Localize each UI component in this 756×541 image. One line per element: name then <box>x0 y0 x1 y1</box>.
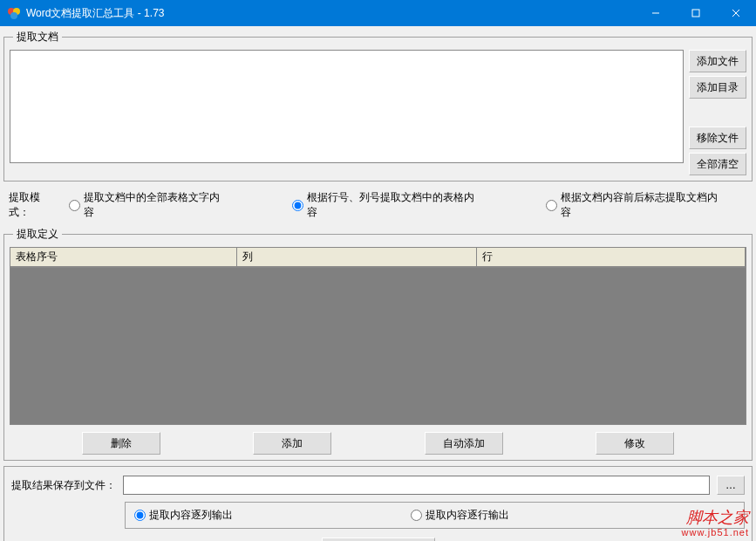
modify-button[interactable]: 修改 <box>596 432 674 455</box>
extract-mode-label: 提取模式： <box>9 190 60 220</box>
mode-marker-radio[interactable]: 根据文档内容前后标志提取文档内容 <box>546 190 726 220</box>
output-by-row-label: 提取内容逐行输出 <box>426 508 509 523</box>
maximize-button[interactable] <box>676 0 716 26</box>
mode-rowcol-input[interactable] <box>292 200 303 211</box>
grid-col-row[interactable]: 行 <box>477 248 746 267</box>
extract-def-legend: 提取定义 <box>13 227 62 242</box>
extract-def-panel: 提取定义 表格序号 列 行 删除 添加 自动添加 修改 <box>3 227 753 461</box>
close-button[interactable] <box>716 0 756 26</box>
auto-add-button[interactable]: 自动添加 <box>425 432 503 455</box>
mode-marker-input[interactable] <box>546 200 557 211</box>
extract-mode-row: 提取模式： 提取文档中的全部表格文字内容 根据行号、列号提取文档中的表格内容 根… <box>3 187 753 223</box>
titlebar: Word文档提取汇总工具 - 1.73 <box>0 0 756 26</box>
grid-col-column[interactable]: 列 <box>237 248 477 267</box>
browse-button[interactable]: … <box>717 476 745 495</box>
add-file-button[interactable]: 添加文件 <box>689 50 746 72</box>
svg-rect-4 <box>692 10 699 17</box>
delete-button[interactable]: 删除 <box>82 432 160 455</box>
output-panel: 提取结果保存到文件： … 提取内容逐列输出 提取内容逐行输出 提取 <box>3 466 753 541</box>
window-title: Word文档提取汇总工具 - 1.73 <box>26 6 636 21</box>
mode-rowcol-label: 根据行号、列号提取文档中的表格内容 <box>307 190 483 220</box>
minimize-button[interactable] <box>636 0 676 26</box>
extract-docs-legend: 提取文档 <box>13 30 62 45</box>
mode-all-input[interactable] <box>69 200 80 211</box>
file-list[interactable] <box>10 50 684 163</box>
output-options: 提取内容逐列输出 提取内容逐行输出 <box>125 502 745 529</box>
app-icon <box>7 6 21 20</box>
mode-all-label: 提取文档中的全部表格文字内容 <box>84 190 228 220</box>
def-grid-body[interactable] <box>10 268 746 425</box>
output-by-row-input[interactable] <box>411 510 422 521</box>
add-dir-button[interactable]: 添加目录 <box>689 76 746 99</box>
clear-all-button[interactable]: 全部清空 <box>689 153 746 175</box>
def-grid-header: 表格序号 列 行 <box>10 247 746 268</box>
extract-docs-panel: 提取文档 添加文件 添加目录 移除文件 全部清空 <box>3 30 753 181</box>
extract-button[interactable]: 提取 <box>322 538 435 541</box>
svg-point-2 <box>10 12 17 19</box>
grid-col-table-index[interactable]: 表格序号 <box>10 248 237 267</box>
output-by-column-label: 提取内容逐列输出 <box>149 508 233 523</box>
mode-all-radio[interactable]: 提取文档中的全部表格文字内容 <box>69 190 228 220</box>
remove-file-button[interactable]: 移除文件 <box>689 127 746 149</box>
add-button[interactable]: 添加 <box>253 432 331 455</box>
output-file-label: 提取结果保存到文件： <box>11 478 116 493</box>
mode-marker-label: 根据文档内容前后标志提取文档内容 <box>561 190 726 220</box>
output-by-column-input[interactable] <box>134 510 146 521</box>
output-by-row-radio[interactable]: 提取内容逐行输出 <box>411 508 509 523</box>
output-by-column-radio[interactable]: 提取内容逐列输出 <box>134 508 233 523</box>
mode-rowcol-radio[interactable]: 根据行号、列号提取文档中的表格内容 <box>292 190 483 220</box>
output-file-input[interactable] <box>123 476 710 495</box>
